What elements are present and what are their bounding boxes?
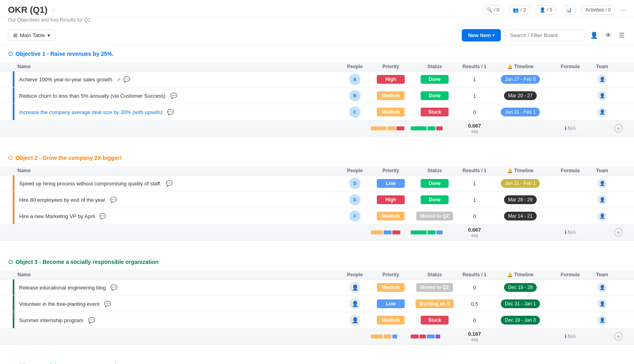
summary-add[interactable]: + [614,332,626,341]
person-icon[interactable]: 👤 [589,30,600,41]
row-priority-cell[interactable]: Medium [371,212,411,220]
row-priority-cell[interactable]: High [371,75,411,84]
comment-icon[interactable]: 💬 [170,92,177,99]
row-priority-cell[interactable]: Medium [371,91,411,100]
priority-badge[interactable]: Medium [377,91,405,100]
status-badge[interactable]: Done [421,195,449,204]
comment-icon[interactable]: 💬 [110,284,117,291]
status-badge[interactable]: Working on it [415,299,454,308]
status-badge[interactable]: Stuck [421,316,449,325]
timeline-badge[interactable]: Mar 28 - 29 [504,195,536,204]
row-status-cell[interactable]: Done [411,75,459,84]
objective-section-obj3: ⊙ Object 3 - Become a socially responsib… [0,253,634,351]
status-badge[interactable]: Done [421,75,449,84]
row-people-cell: C [339,106,371,118]
row-timeline-cell[interactable]: Mar 20 - 27 [490,91,550,100]
row-timeline-cell[interactable]: Jan 31 - Feb 1 [490,108,550,116]
col-status-header: Status [411,272,459,277]
row-link[interactable]: Increase the company average deal size b… [19,109,163,115]
check-icon[interactable]: ✓ [117,76,122,83]
objective-title[interactable]: Object 4 - Build a Great Corporate Cultu… [16,363,127,364]
summary-add[interactable]: + [614,228,626,237]
search-input[interactable] [505,29,585,41]
status-badge[interactable]: Stuck [421,108,449,116]
new-item-button[interactable]: New Item ▾ [462,29,501,41]
star-icon[interactable]: ☆ [51,6,56,14]
comment-icon[interactable]: 💬 [110,197,117,203]
filter-icon[interactable]: ☰ [617,30,626,41]
objective-expand-icon[interactable]: ⊙ [8,258,13,266]
row-priority-cell[interactable]: Low [371,299,411,308]
people-badge[interactable]: 👥 / 3 [508,5,530,15]
row-team-cell: 👤 [590,315,614,325]
objective-expand-icon[interactable]: ⊙ [8,154,13,161]
priority-badge[interactable]: Medium [377,108,405,116]
row-timeline-cell[interactable]: Mar 28 - 29 [490,195,550,204]
users-badge[interactable]: 👤 / 5 [535,5,557,15]
row-timeline-cell[interactable]: Dec 19 - Jan 3 [490,316,550,325]
eye-icon[interactable]: 👁 [604,30,613,41]
objective-title[interactable]: Object 2 - Grow the company 2X bigger! [16,155,122,161]
objective-title[interactable]: Objective 1 - Raise revenues by 25%. [16,51,114,57]
comment-icon[interactable]: 💬 [88,317,95,323]
timeline-badge[interactable]: Jan 31 - Feb 1 [501,179,539,188]
row-timeline-cell[interactable]: Jan 31 - Feb 1 [490,179,550,188]
priority-badge[interactable]: High [377,75,405,84]
summary-add[interactable]: + [614,124,626,133]
col-results-header: Results / 1 [459,168,490,173]
priority-badge[interactable]: Medium [377,316,405,325]
comment-icon[interactable]: 💬 [104,301,111,307]
row-status-cell[interactable]: Stuck [411,316,459,325]
row-timeline-cell[interactable]: Dec 19 - 29 [490,283,550,292]
main-table-button[interactable]: ⊞ Main Table ▾ [8,30,55,41]
row-status-cell[interactable]: Done [411,195,459,204]
search-badge[interactable]: 🔍 / 0 [482,5,504,15]
row-status-cell[interactable]: Moved to Q2 [411,283,459,292]
row-status-cell[interactable]: Done [411,91,459,100]
comment-icon[interactable]: 💬 [167,109,174,115]
timeline-badge[interactable]: Mar 14 - 21 [504,212,536,220]
priority-badge[interactable]: Medium [377,283,405,292]
comment-icon[interactable]: 💬 [123,76,130,83]
status-badge[interactable]: Moved to Q2 [416,283,453,292]
row-status-cell[interactable]: Stuck [411,108,459,116]
objective-expand-icon[interactable]: ⊙ [8,362,13,364]
comment-icon[interactable]: 💬 [166,180,173,187]
row-priority-cell[interactable]: Medium [371,283,411,292]
timeline-badge[interactable]: Dec 31 - Jan 1 [501,299,540,308]
row-status-cell[interactable]: Moved to Q2 [411,212,459,220]
status-badge[interactable]: Done [421,179,449,188]
priority-badge[interactable]: Low [377,179,405,188]
activities-badge[interactable]: Activities / 0 [581,5,615,15]
row-priority-cell[interactable]: Medium [371,108,411,116]
objective-title[interactable]: Object 3 - Become a socially responsible… [16,259,159,265]
status-badge[interactable]: Done [421,91,449,100]
row-name-cell: Release educational engineering blog 💬 [16,284,339,291]
row-results-cell: 1 [459,181,490,187]
add-column-button[interactable]: + [614,228,623,237]
row-results-cell: 0 [459,285,490,291]
row-status-cell[interactable]: Working on it [411,299,459,308]
add-column-button[interactable]: + [614,124,623,133]
more-options-icon[interactable]: ··· [620,6,626,14]
timeline-badge[interactable]: Dec 19 - 29 [504,283,537,292]
row-timeline-cell[interactable]: Mar 14 - 21 [490,212,550,220]
timeline-badge[interactable]: Jan 27 - Feb 8 [501,75,539,84]
comment-icon[interactable]: 💬 [99,213,106,219]
row-priority-cell[interactable]: High [371,195,411,204]
row-priority-cell[interactable]: Medium [371,316,411,325]
add-column-button[interactable]: + [614,332,623,341]
timeline-badge[interactable]: Mar 20 - 27 [504,91,536,100]
row-status-cell[interactable]: Done [411,179,459,188]
priority-badge[interactable]: Medium [377,212,405,220]
status-badge[interactable]: Moved to Q2 [416,212,453,220]
activity-badge[interactable]: 📊 [561,5,576,15]
priority-badge[interactable]: Low [377,299,405,308]
timeline-badge[interactable]: Dec 19 - Jan 3 [501,316,540,325]
priority-badge[interactable]: High [377,195,405,204]
objective-expand-icon[interactable]: ⊙ [8,50,13,57]
row-timeline-cell[interactable]: Dec 31 - Jan 1 [490,299,550,308]
row-timeline-cell[interactable]: Jan 27 - Feb 8 [490,75,550,84]
timeline-badge[interactable]: Jan 31 - Feb 1 [501,108,539,116]
row-priority-cell[interactable]: Low [371,179,411,188]
